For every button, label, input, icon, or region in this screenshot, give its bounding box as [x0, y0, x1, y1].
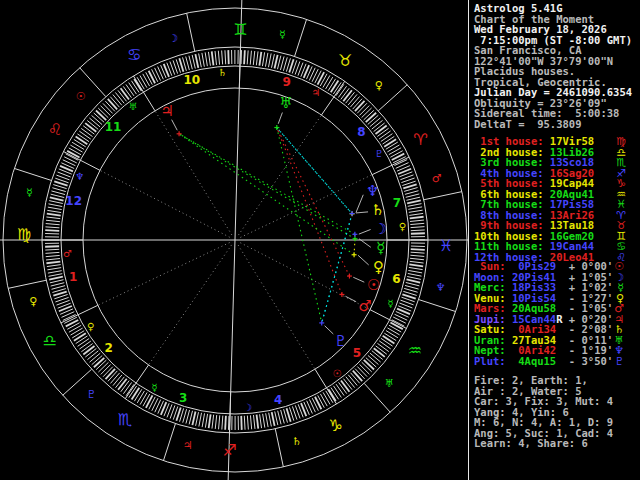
house-ruler-icon: ♄: [218, 67, 227, 78]
chart-statistics: Fire: 2, Earth: 1,Air : 2, Water: 5Car: …: [474, 375, 640, 449]
degree-tick: [384, 333, 396, 340]
degree-tick: [76, 336, 88, 344]
degree-tick: [46, 224, 60, 225]
degree-tick: [186, 410, 190, 424]
sign-ruler-icon: ♂: [432, 172, 442, 185]
degree-tick: [69, 325, 81, 332]
degree-tick: [45, 227, 59, 228]
degree-tick: [250, 415, 251, 429]
degree-tick: [359, 106, 369, 116]
degree-tick: [277, 56, 280, 70]
degree-tick: [45, 230, 59, 231]
degree-tick: [101, 365, 111, 375]
sign-ruler-icon: ☉: [76, 90, 86, 103]
house-number-11: 11: [105, 120, 122, 134]
sign-boundary-line: [295, 19, 307, 56]
degree-tick: [106, 369, 116, 379]
degree-tick: [253, 51, 254, 65]
degree-tick: [274, 55, 277, 69]
degree-tick: [384, 139, 396, 146]
degree-tick: [247, 416, 248, 430]
house-ruler-icon: ☿: [151, 382, 157, 393]
degree-tick: [118, 379, 127, 390]
degree-tick: [76, 137, 88, 145]
planet-velocity: - 3°50': [563, 355, 614, 367]
degree-tick: [406, 197, 420, 200]
aspect-line-square-sun-uranus: [277, 128, 350, 277]
aspect-line-trine-uranus-pluto: [277, 128, 322, 323]
house-cusp-line: [229, 392, 230, 433]
sign-boundary-line: [163, 424, 175, 461]
degree-tick: [140, 392, 147, 404]
degree-tick: [383, 336, 395, 344]
sign-glyph-leo: ♌: [48, 120, 62, 139]
sign-glyph-virgo: ♍: [17, 225, 31, 244]
wheel-planet-icon-moon: ☽: [374, 220, 387, 238]
degree-tick: [49, 274, 63, 277]
degree-tick: [366, 113, 376, 122]
degree-tick: [408, 273, 422, 276]
wheel-planet-icon-venus: ♀: [373, 258, 384, 276]
degree-tick: [323, 75, 330, 87]
degree-tick: [263, 414, 265, 428]
degree-tick: [222, 50, 223, 64]
house-ruler-icon: ☽: [243, 402, 252, 413]
degree-tick: [45, 252, 59, 253]
degree-tick: [328, 389, 335, 401]
degree-tick: [134, 389, 141, 401]
degree-tick: [192, 412, 195, 426]
degree-tick: [387, 328, 399, 335]
degree-tick: [50, 197, 64, 200]
degree-tick: [51, 283, 65, 286]
degree-tick: [348, 375, 357, 386]
stats-line-7: Learn: 4, Share: 6: [474, 438, 640, 449]
degree-tick: [407, 200, 421, 203]
sign-glyph-gemini: ♊: [233, 20, 247, 39]
degree-tick: [137, 391, 144, 403]
sign-boundary-line: [419, 300, 456, 312]
degree-tick: [381, 134, 393, 142]
house-cusp-dotted-line: [238, 245, 315, 369]
degree-tick: [370, 353, 381, 362]
degree-tick: [272, 412, 275, 426]
degree-tick: [315, 397, 321, 409]
degree-tick: [90, 353, 101, 362]
degree-tick: [79, 341, 90, 349]
degree-tick: [48, 207, 62, 209]
wheel-planet-icon-saturn: ♄: [371, 201, 384, 219]
degree-tick: [113, 95, 122, 106]
degree-tick: [72, 331, 84, 338]
chart-header: Astrolog 5.41GChart of the MomentWed Feb…: [474, 3, 640, 129]
degree-tick: [155, 400, 161, 413]
degree-tick: [72, 142, 84, 149]
degree-tick: [320, 394, 327, 406]
degree-tick: [215, 51, 216, 65]
degree-tick: [47, 210, 61, 212]
degree-tick: [45, 249, 59, 250]
degree-tick: [410, 220, 424, 221]
degree-tick: [152, 398, 158, 411]
sign-glyph-aquarius: ♒: [408, 341, 422, 360]
degree-tick: [46, 217, 60, 219]
degree-tick: [92, 115, 103, 124]
degree-tick: [360, 364, 370, 374]
sign-boundary-line: [424, 192, 462, 200]
wheel-planet-icon-mercury: ☿: [376, 239, 385, 257]
sign-ruler-icon: ♀: [375, 79, 383, 92]
degree-tick: [143, 74, 150, 86]
sign-glyph-taurus: ♉: [338, 51, 352, 70]
degree-tick: [126, 84, 134, 95]
degree-tick: [225, 416, 226, 430]
aspect-line-trine-venus-jupiter: [179, 134, 354, 255]
sign-boundary-line: [275, 429, 283, 467]
degree-tick: [379, 131, 390, 139]
degree-tick: [387, 145, 399, 152]
degree-tick: [278, 411, 281, 425]
degree-tick: [244, 416, 245, 430]
aspect-line-sextile-saturn-pluto: [322, 214, 352, 323]
degree-tick: [269, 413, 272, 427]
house-number-10: 10: [183, 73, 200, 87]
degree-tick: [63, 160, 76, 166]
degree-tick: [129, 83, 137, 95]
sign-ruler-icon: ☿: [279, 28, 286, 41]
